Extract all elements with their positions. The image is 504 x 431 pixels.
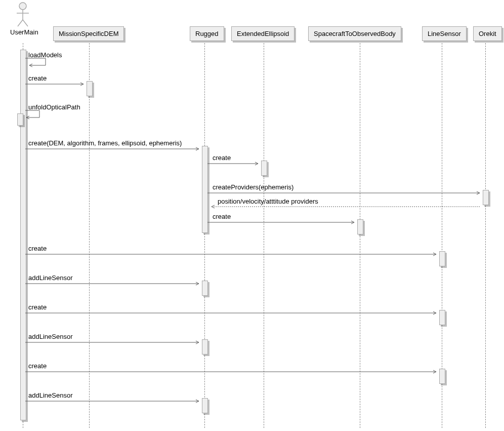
- msg-createdem-label: create(DEM, algorithm, frames, ellipsoid…: [28, 139, 182, 147]
- activation-rugged-3: [202, 339, 208, 355]
- sequence-diagram: UserMain MissionSpecificDEM Rugged Exten…: [0, 0, 504, 431]
- msg-addlinesensor2-label: addLineSensor: [28, 333, 72, 340]
- msg-create-linesensor2-arrow: [25, 311, 440, 316]
- msg-create-sc2ob-arrow: [207, 220, 358, 225]
- actor-label: UserMain: [10, 28, 35, 36]
- msg-providers-return-label: position/velocity/atttitude providers: [218, 198, 318, 205]
- activation-rugged-2: [202, 281, 208, 296]
- msg-create-ellipsoid-arrow: [207, 162, 262, 167]
- msg-create-ellipsoid-label: create: [213, 154, 231, 162]
- activation-ellipsoid: [261, 161, 267, 176]
- msg-create-linesensor3-arrow: [25, 370, 440, 375]
- msg-unfoldopticalpath-label: unfoldOpticalPath: [28, 103, 80, 111]
- activation-orekit: [483, 190, 489, 205]
- activation-dem: [87, 81, 93, 96]
- activation-sc2ob: [357, 219, 363, 234]
- participant-linesensor: LineSensor: [422, 26, 467, 41]
- msg-create-linesensor3-label: create: [28, 362, 47, 370]
- participant-orekit: Orekit: [473, 26, 502, 41]
- msg-unfoldopticalpath-arrow: [25, 110, 51, 120]
- msg-addlinesensor1-label: addLineSensor: [28, 274, 72, 282]
- participant-extendedellipsoid: ExtendedEllipsoid: [231, 26, 295, 41]
- svg-point-0: [19, 3, 26, 10]
- msg-providers-return-arrow: [207, 205, 483, 210]
- lifeline-orekit: [485, 43, 486, 428]
- participant-missionspecificdem: MissionSpecificDEM: [53, 26, 124, 41]
- activation-usermain: [20, 50, 26, 420]
- actor-stickfigure-icon: [15, 2, 30, 27]
- msg-loadmodels-label: loadModels: [28, 51, 62, 59]
- participant-rugged: Rugged: [190, 26, 224, 41]
- msg-createproviders-label: createProviders(ephemeris): [213, 183, 293, 191]
- msg-createproviders-arrow: [207, 191, 483, 196]
- msg-createdem-arrow: [25, 147, 202, 152]
- activation-linesensor-3: [439, 369, 445, 384]
- msg-create-linesensor1-label: create: [28, 245, 47, 252]
- activation-linesensor-1: [439, 251, 445, 266]
- activation-linesensor-2: [439, 310, 445, 325]
- msg-loadmodels-arrow: [25, 58, 51, 67]
- msg-create-linesensor1-arrow: [25, 252, 440, 257]
- msg-create-linesensor2-label: create: [28, 303, 47, 311]
- msg-create-dem-label: create: [28, 74, 47, 82]
- actor-usermain: UserMain: [10, 2, 35, 36]
- msg-addlinesensor2-arrow: [25, 340, 202, 345]
- msg-create-dem-arrow: [25, 82, 87, 87]
- svg-line-4: [23, 20, 28, 26]
- activation-usermain-nested: [17, 113, 23, 126]
- msg-addlinesensor3-arrow: [25, 399, 202, 404]
- msg-addlinesensor3-label: addLineSensor: [28, 391, 72, 399]
- participant-spacecrafttoobservedbody: SpacecraftToObservedBody: [308, 26, 401, 41]
- svg-line-3: [18, 20, 23, 26]
- msg-create-sc2ob-label: create: [213, 213, 231, 220]
- activation-rugged-4: [202, 398, 208, 413]
- msg-addlinesensor1-arrow: [25, 282, 202, 287]
